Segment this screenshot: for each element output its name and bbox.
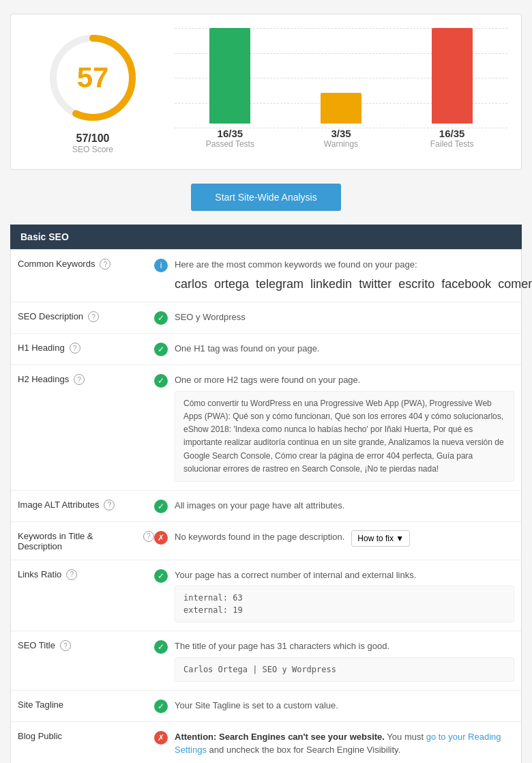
top-stats-section: 57 57/100 SEO Score 16/35 Passed Tests 3… bbox=[10, 14, 522, 170]
icon-common-keywords: i bbox=[154, 258, 175, 272]
icon-seo-description: ✓ bbox=[154, 311, 175, 325]
bar-rect-warnings bbox=[321, 93, 361, 124]
label-h2-headings: H2 Headings ? bbox=[18, 373, 154, 385]
bar-passed: 16/35 Passed Tests bbox=[196, 28, 264, 149]
content-site-tagline: Your Site Tagline is set to a custom val… bbox=[175, 699, 514, 712]
bar-label-warnings: Warnings bbox=[324, 139, 358, 149]
score-label-main: 57/100 bbox=[76, 132, 110, 145]
label-seo-description: SEO Description ? bbox=[18, 311, 154, 322]
bar-count-warnings: 3/35 bbox=[331, 128, 351, 139]
icon-blog-public: ✗ bbox=[154, 730, 175, 745]
row-site-tagline: Site Tagline ✓ Your Site Tagline is set … bbox=[11, 691, 521, 722]
bar-rect-failed bbox=[432, 28, 473, 124]
keywords-display: carlos ortega telegram linkedin twitter … bbox=[175, 274, 532, 294]
help-icon-links[interactable]: ? bbox=[66, 569, 77, 580]
bar-rect-passed bbox=[209, 28, 250, 124]
icon-image-alt: ✓ bbox=[154, 499, 175, 513]
label-seo-title: SEO Title ? bbox=[18, 639, 154, 651]
help-icon-common-keywords[interactable]: ? bbox=[100, 259, 110, 270]
row-seo-title: SEO Title ? ✓ The title of your page has… bbox=[11, 631, 521, 691]
icon-site-tagline: ✓ bbox=[154, 699, 175, 713]
error-icon: ✗ bbox=[154, 731, 168, 745]
row-image-alt: Image ALT Attributes ? ✓ All images on y… bbox=[11, 491, 521, 522]
seo-title-code: Carlos Ortega | SEO y Wordpress bbox=[175, 657, 514, 682]
how-to-fix-button[interactable]: How to fix ▼ bbox=[351, 530, 410, 547]
check-icon: ✓ bbox=[154, 569, 168, 583]
seo-table: Common Keywords ? i Here are the most co… bbox=[10, 249, 522, 763]
content-common-keywords: Here are the most common keywords we fou… bbox=[175, 258, 532, 293]
row-seo-description: SEO Description ? ✓ SEO y Wordpress bbox=[11, 302, 521, 334]
label-keywords-title: Keywords in Title & Description ? bbox=[18, 530, 154, 551]
check-icon: ✓ bbox=[154, 311, 168, 325]
content-h2: One or more H2 tags were found on your p… bbox=[175, 373, 514, 482]
bar-label-passed: Passed Tests bbox=[206, 139, 254, 149]
bar-count-passed: 16/35 bbox=[218, 128, 243, 139]
row-h1-heading: H1 Heading ? ✓ One H1 tag was found on y… bbox=[11, 334, 521, 365]
label-links-ratio: Links Ratio ? bbox=[18, 568, 154, 580]
help-icon-image-alt[interactable]: ? bbox=[104, 500, 115, 510]
row-h2-headings: H2 Headings ? ✓ One or more H2 tags were… bbox=[11, 365, 521, 491]
content-image-alt: All images on your page have alt attribu… bbox=[175, 499, 514, 513]
icon-h1: ✓ bbox=[154, 342, 175, 356]
icon-links-ratio: ✓ bbox=[154, 568, 175, 583]
blog-public-bold: Attention: Search Engines can't see your… bbox=[175, 732, 385, 742]
bar-warnings: 3/35 Warnings bbox=[307, 93, 375, 149]
check-icon: ✓ bbox=[154, 500, 168, 513]
content-seo-title: The title of your page has 31 characters… bbox=[175, 639, 514, 682]
start-button-container: Start Site-Wide Analysis bbox=[0, 184, 532, 211]
label-blog-public: Blog Public bbox=[18, 730, 154, 741]
icon-keywords-title: ✗ bbox=[154, 530, 175, 545]
icon-seo-title: ✓ bbox=[154, 639, 175, 654]
check-icon: ✓ bbox=[154, 343, 168, 356]
bar-failed: 16/35 Failed Tests bbox=[418, 28, 486, 149]
help-icon-keywords-title[interactable]: ? bbox=[143, 531, 154, 542]
score-number: 57 bbox=[77, 61, 109, 94]
row-links-ratio: Links Ratio ? ✓ Your page has a correct … bbox=[11, 560, 521, 632]
bar-label-failed: Failed Tests bbox=[430, 139, 474, 149]
help-icon-seo-title[interactable]: ? bbox=[60, 640, 71, 651]
score-label-sub: SEO Score bbox=[72, 145, 113, 154]
label-image-alt: Image ALT Attributes ? bbox=[18, 499, 154, 510]
label-h1-heading: H1 Heading ? bbox=[18, 342, 154, 354]
label-site-tagline: Site Tagline bbox=[18, 699, 154, 710]
row-common-keywords: Common Keywords ? i Here are the most co… bbox=[11, 250, 521, 302]
row-keywords-title-desc: Keywords in Title & Description ? ✗ No k… bbox=[11, 522, 521, 560]
content-links-ratio: Your page has a correct number of intern… bbox=[175, 568, 514, 623]
check-icon: ✓ bbox=[154, 640, 168, 654]
bar-chart-container: 16/35 Passed Tests 3/35 Warnings 16/35 F… bbox=[175, 28, 507, 156]
label-common-keywords: Common Keywords ? bbox=[18, 258, 154, 270]
help-icon-h1[interactable]: ? bbox=[70, 343, 80, 354]
score-circle-container: 57 57/100 SEO Score bbox=[25, 28, 161, 156]
links-code: internal: 63 external: 19 bbox=[175, 586, 514, 622]
bar-count-failed: 16/35 bbox=[439, 128, 465, 139]
check-icon: ✓ bbox=[154, 700, 168, 713]
icon-h2: ✓ bbox=[154, 373, 175, 388]
start-analysis-button[interactable]: Start Site-Wide Analysis bbox=[191, 184, 340, 211]
basic-seo-header: Basic SEO bbox=[10, 225, 522, 249]
row-blog-public: Blog Public ✗ Attention: Search Engines … bbox=[11, 722, 521, 763]
content-blog-public: Attention: Search Engines can't see your… bbox=[175, 730, 514, 757]
check-icon: ✓ bbox=[154, 374, 168, 388]
content-h1: One H1 tag was found on your page. bbox=[175, 342, 514, 356]
h2-paragraph: Cómo convertir tu WordPress en una Progr… bbox=[175, 391, 514, 482]
help-icon-seo-description[interactable]: ? bbox=[88, 311, 99, 322]
content-seo-description: SEO y Wordpress bbox=[175, 311, 514, 324]
info-icon: i bbox=[154, 259, 168, 272]
content-keywords-title: No keywords found in the page descriptio… bbox=[175, 530, 514, 547]
help-icon-h2[interactable]: ? bbox=[74, 374, 85, 385]
error-icon: ✗ bbox=[154, 531, 168, 545]
score-circle: 57 bbox=[45, 30, 141, 126]
